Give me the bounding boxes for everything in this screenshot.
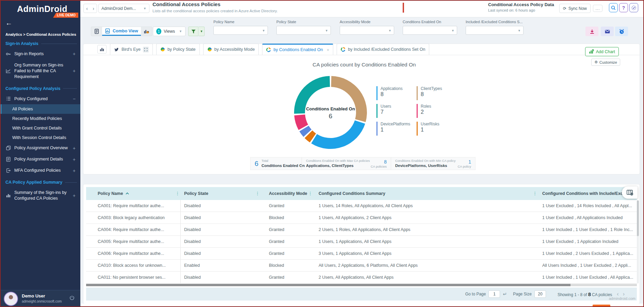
column-header[interactable]: Accessibility Mode⋮: [261, 187, 313, 200]
chevron-down-icon: ▼: [388, 29, 391, 32]
page-number-input[interactable]: [488, 290, 500, 298]
combo-view-tab[interactable]: Combo View: [102, 27, 141, 36]
collapse-sidebar-icon[interactable]: ←: [5, 19, 12, 27]
sync-title: Conditional Access Policy Data: [488, 2, 554, 7]
summary-block: Conditions Enabled On with Max CA polici…: [302, 157, 391, 170]
alarm-clock-icon: [619, 29, 625, 34]
chart-tab[interactable]: by Policy State: [156, 44, 200, 55]
donut-icon: [341, 47, 345, 52]
more-options-button[interactable]: ...: [593, 5, 602, 12]
page-size-input[interactable]: [534, 290, 546, 298]
summary-label: Applications, ClientTypes: [306, 163, 370, 168]
sidebar-item[interactable]: MFA Configured Policies+: [0, 165, 80, 176]
table-row[interactable]: CA005: Require multifactor authe...Disab…: [86, 236, 637, 248]
sidebar-item[interactable]: Sign-in Reports+: [0, 48, 80, 60]
filter-select[interactable]: ▼: [340, 26, 394, 35]
chart-tab[interactable]: by Accessibility Mode: [203, 44, 259, 55]
user-name: Demo User: [22, 293, 45, 298]
help-button[interactable]: ?: [619, 3, 628, 12]
table-row[interactable]: CA004: Require multifactor authe...Disab…: [86, 224, 637, 236]
task-status-button[interactable]: [629, 3, 638, 12]
chart-tab-label: by Accessibility Mode: [214, 47, 255, 52]
close-icon[interactable]: ×: [327, 47, 329, 52]
column-header[interactable]: Policy State⋮: [181, 187, 261, 200]
expand-icon[interactable]: [143, 47, 149, 52]
filter-select[interactable]: ▼: [213, 26, 268, 35]
table-cell: Granted: [261, 272, 313, 283]
filter-button[interactable]: [188, 27, 198, 36]
return-icon[interactable]: ↵: [503, 291, 507, 297]
doc-icon: [5, 157, 11, 162]
table-cell: CA006: Require multifactor authe...: [86, 248, 181, 259]
sidebar-subitem[interactable]: With Grant Control Details: [0, 123, 80, 133]
chart-tab[interactable]: by Included /Excluded Conditions Set On: [337, 44, 429, 55]
customize-button[interactable]: ⚙ Customize: [591, 59, 620, 66]
chart-tab[interactable]: by Conditions Enabled On×: [262, 44, 333, 55]
chart-list-button[interactable]: [97, 45, 107, 53]
table-row[interactable]: CA010: Block access for unknown...Enable…: [86, 260, 637, 272]
expander-icon[interactable]: +: [72, 157, 78, 162]
download-button[interactable]: [585, 27, 598, 36]
column-menu-icon[interactable]: ⋮: [175, 191, 180, 196]
filter-label: Policy Name: [213, 20, 268, 24]
filter-select[interactable]: ▼: [403, 26, 457, 35]
search-button[interactable]: [609, 3, 618, 12]
filter-label: Included /Excluded Conditions S...: [466, 20, 524, 24]
column-settings-button[interactable]: [622, 186, 638, 199]
filter-select[interactable]: ▼: [466, 26, 524, 35]
column-header[interactable]: Configured Conditions Summary⋮: [313, 187, 538, 200]
expander-icon[interactable]: +: [72, 193, 78, 198]
logout-power-icon[interactable]: [69, 295, 75, 302]
user-panel: Demo User admeight.onmicrosoft.com: [0, 290, 80, 307]
column-header-label: Accessibility Mode: [269, 191, 307, 196]
chevron-right-icon[interactable]: ›: [93, 6, 94, 11]
add-chart-button[interactable]: Add Chart: [585, 47, 619, 56]
sync-now-button[interactable]: ⟳Sync Now: [559, 4, 591, 13]
column-menu-icon[interactable]: ⋮: [255, 191, 260, 196]
table-cell: CA003: Block legacy authentication: [86, 212, 181, 224]
table-row[interactable]: CA011: No persistent browser ses...Disab…: [86, 272, 637, 283]
sidebar-item[interactable]: Policy Assignment Details+: [0, 154, 80, 165]
column-header[interactable]: Policy Name⋮: [86, 187, 181, 200]
column-header-label: Policy Name: [98, 191, 123, 196]
sidebar-subitem[interactable]: All Policies: [0, 104, 80, 114]
chart-tab[interactable]: Bird's Eye: [110, 44, 153, 55]
chevron-left-icon[interactable]: ‹: [86, 6, 88, 11]
column-menu-icon[interactable]: ⋮: [308, 191, 312, 196]
table-view-button[interactable]: [91, 27, 102, 36]
history-nav[interactable]: ‹›: [83, 4, 97, 13]
question-icon: ?: [622, 5, 625, 11]
vertical-scrollbar[interactable]: [637, 200, 639, 283]
avatar[interactable]: [4, 292, 18, 306]
horizontal-scrollbar[interactable]: [86, 284, 637, 286]
user-email: admeight.onmicrosoft.com: [22, 300, 62, 303]
column-menu-icon[interactable]: ⋮: [533, 191, 537, 196]
pie-icon: [160, 47, 165, 52]
expander-icon[interactable]: +: [72, 51, 78, 57]
schedule-button[interactable]: [615, 27, 628, 36]
sidebar-item[interactable]: Org Summary on Sign-ins Failed to Fulfil…: [0, 60, 80, 82]
expander-icon[interactable]: +: [72, 145, 78, 151]
summary-sub: Total: [261, 159, 305, 163]
table-row[interactable]: CA006: Require multifactor authe...Disab…: [86, 248, 637, 260]
view-switcher: Combo View: [91, 27, 152, 36]
expander-icon[interactable]: −: [72, 96, 78, 102]
sidebar-item[interactable]: Policy Assignment Overview+: [0, 142, 80, 154]
sort-asc-icon: [126, 192, 129, 195]
expander-icon[interactable]: +: [72, 68, 78, 74]
legend-value: 7: [381, 109, 417, 115]
tenant-dropdown[interactable]: AdminDroid Dem...▼: [98, 4, 149, 13]
views-dropdown[interactable]: 1 Views ▼: [153, 27, 186, 36]
sidebar-item[interactable]: Policy Configured−: [0, 93, 80, 105]
sidebar-item[interactable]: Summary of the Sign-ins by Configured CA…: [0, 187, 80, 204]
table-row[interactable]: CA001: Require multifactor authe...Disab…: [86, 200, 637, 212]
filter-select[interactable]: ▼: [276, 26, 331, 35]
sidebar-subitem[interactable]: Recently Modified Policies: [0, 114, 80, 123]
sidebar-subitem[interactable]: With Session Control Details: [0, 133, 80, 142]
filter-dropdown-caret[interactable]: ▼: [199, 27, 205, 36]
charts-view-button[interactable]: [141, 27, 152, 36]
nav-section-label: Configured Policy Analysis: [5, 86, 60, 91]
table-row[interactable]: CA003: Block legacy authenticationDisabl…: [86, 212, 637, 224]
expander-icon[interactable]: +: [72, 168, 78, 173]
email-button[interactable]: [601, 27, 614, 36]
